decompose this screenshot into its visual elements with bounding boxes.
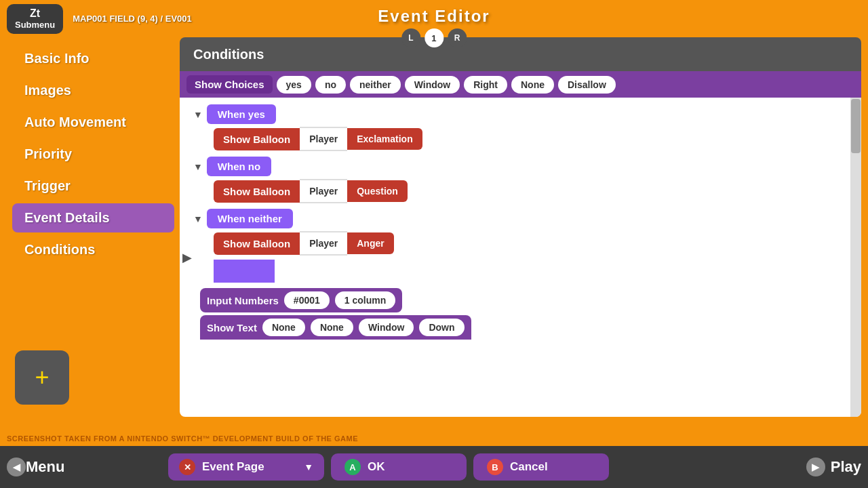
sidebar-item-event-details[interactable]: Event Details bbox=[12, 203, 174, 232]
editor-title: Event Editor bbox=[378, 7, 490, 26]
submenu-button[interactable]: Zt Submenu bbox=[7, 4, 63, 34]
scrollbar-track[interactable] bbox=[850, 98, 861, 417]
cancel-button[interactable]: B Cancel bbox=[473, 453, 609, 481]
when-yes-value[interactable]: Exclamation bbox=[347, 128, 422, 150]
chip-neither[interactable]: neither bbox=[350, 76, 401, 94]
scroll-area[interactable]: ▶ ▼ When yes Show Balloon Player Exclama… bbox=[180, 98, 861, 417]
show-text-chip-2[interactable]: Window bbox=[359, 319, 414, 336]
when-neither-target[interactable]: Player bbox=[300, 231, 347, 256]
when-yes-action-row: Show Balloon Player Exclamation bbox=[214, 127, 861, 151]
map-info: MAP001 FIELD (9, 4) / EV001 bbox=[73, 14, 192, 24]
sidebar-item-images[interactable]: Images bbox=[12, 76, 174, 105]
page-tab-1[interactable]: 1 bbox=[425, 28, 443, 47]
chip-right[interactable]: Right bbox=[464, 76, 507, 94]
input-numbers-column[interactable]: 1 column bbox=[335, 291, 395, 309]
menu-label: Menu bbox=[26, 458, 64, 476]
input-numbers-label: Input Numbers bbox=[207, 295, 279, 306]
title-area: Event Editor L 1 R bbox=[378, 7, 490, 47]
chip-no[interactable]: no bbox=[315, 76, 346, 94]
conditions-header: Conditions bbox=[180, 37, 861, 71]
show-text-chip-3[interactable]: Down bbox=[419, 319, 464, 336]
chip-yes[interactable]: yes bbox=[277, 76, 311, 94]
add-icon: + bbox=[35, 363, 49, 392]
when-yes-target[interactable]: Player bbox=[300, 127, 347, 151]
chip-disallow[interactable]: Disallow bbox=[558, 76, 616, 94]
page-tabs: L 1 R bbox=[401, 28, 467, 47]
dropdown-arrow-icon: ▼ bbox=[304, 462, 313, 472]
page-tab-l[interactable]: L bbox=[401, 28, 420, 47]
chip-window[interactable]: Window bbox=[405, 76, 460, 94]
show-text-row[interactable]: Show Text None None Window Down bbox=[200, 315, 471, 340]
sidebar-item-priority[interactable]: Priority bbox=[12, 140, 174, 169]
zt-label: Zt bbox=[30, 7, 40, 20]
ok-button[interactable]: A OK bbox=[331, 453, 467, 481]
show-choices-bar: Show Choices yes no neither Window Right… bbox=[180, 71, 861, 98]
ok-a-icon: A bbox=[344, 459, 361, 475]
event-page-label: Event Page bbox=[202, 460, 264, 474]
copyright-text: SCREENSHOT TAKEN FROM A NINTENDO SWITCH™… bbox=[7, 434, 358, 443]
when-no-command: Show Balloon bbox=[214, 180, 300, 203]
when-yes-chip[interactable]: When yes bbox=[207, 104, 276, 124]
bottom-bar: ◀ Menu ✕ Event Page ▼ A OK B Cancel ▶ Pl… bbox=[0, 446, 868, 488]
when-neither-row: ▼ When neither bbox=[193, 209, 861, 228]
when-no-chip[interactable]: When no bbox=[207, 157, 271, 176]
when-neither-arrow[interactable]: ▼ bbox=[193, 214, 203, 224]
menu-button[interactable]: Menu bbox=[26, 458, 161, 476]
add-button[interactable]: + bbox=[15, 350, 69, 405]
when-neither-placeholder bbox=[214, 260, 275, 283]
show-choices-label: Show Choices bbox=[186, 75, 273, 94]
show-text-chip-1[interactable]: None bbox=[311, 319, 353, 336]
page-tab-r[interactable]: R bbox=[448, 28, 467, 47]
event-page-x-icon: ✕ bbox=[179, 459, 195, 475]
menu-circle-left[interactable]: ◀ bbox=[7, 458, 26, 476]
sidebar: Basic Info Images Auto Movement Priority… bbox=[7, 37, 180, 417]
sidebar-item-conditions[interactable]: Conditions bbox=[12, 235, 174, 264]
submenu-label: Submenu bbox=[15, 20, 55, 30]
chip-none[interactable]: None bbox=[511, 76, 554, 94]
ok-label: OK bbox=[368, 460, 385, 474]
when-no-action-row: Show Balloon Player Question bbox=[214, 179, 861, 203]
scrollbar-thumb[interactable] bbox=[851, 99, 861, 153]
when-no-block: ▼ When no Show Balloon Player Question bbox=[193, 157, 861, 203]
when-yes-block: ▼ When yes Show Balloon Player Exclamati… bbox=[193, 104, 861, 151]
cancel-label: Cancel bbox=[510, 460, 548, 474]
when-neither-action-row: Show Balloon Player Anger bbox=[214, 231, 861, 256]
sidebar-item-basic-info[interactable]: Basic Info bbox=[12, 44, 174, 73]
when-neither-value[interactable]: Anger bbox=[347, 232, 393, 254]
main-content: Basic Info Images Auto Movement Priority… bbox=[7, 37, 861, 417]
play-button[interactable]: ▶ Play bbox=[806, 458, 861, 476]
when-yes-arrow[interactable]: ▼ bbox=[193, 109, 203, 120]
when-yes-command: Show Balloon bbox=[214, 128, 300, 150]
when-neither-block: ▼ When neither Show Balloon Player Anger bbox=[193, 209, 861, 283]
show-text-label: Show Text bbox=[207, 322, 257, 333]
event-page-dropdown[interactable]: ✕ Event Page ▼ bbox=[168, 453, 324, 481]
right-panel: Conditions Show Choices yes no neither W… bbox=[180, 37, 861, 417]
sidebar-item-auto-movement[interactable]: Auto Movement bbox=[12, 108, 174, 137]
when-no-arrow[interactable]: ▼ bbox=[193, 161, 203, 172]
when-neither-command: Show Balloon bbox=[214, 232, 300, 255]
top-bar: Zt Submenu MAP001 FIELD (9, 4) / EV001 E… bbox=[0, 0, 868, 37]
play-circle-right[interactable]: ▶ bbox=[806, 458, 825, 476]
when-no-value[interactable]: Question bbox=[347, 180, 408, 202]
input-numbers-row[interactable]: Input Numbers #0001 1 column bbox=[200, 288, 402, 312]
play-label: Play bbox=[831, 458, 861, 476]
event-panel: Show Choices yes no neither Window Right… bbox=[180, 71, 861, 417]
sidebar-item-trigger[interactable]: Trigger bbox=[12, 171, 174, 201]
copyright-bar: SCREENSHOT TAKEN FROM A NINTENDO SWITCH™… bbox=[0, 431, 868, 446]
show-text-chip-0[interactable]: None bbox=[262, 319, 305, 336]
add-button-area: + bbox=[7, 344, 180, 411]
when-neither-chip[interactable]: When neither bbox=[207, 209, 293, 228]
cancel-b-icon: B bbox=[487, 459, 503, 475]
scroll-left-arrow[interactable]: ▶ bbox=[182, 250, 192, 265]
input-numbers-id[interactable]: #0001 bbox=[284, 291, 330, 309]
when-no-target[interactable]: Player bbox=[300, 179, 347, 203]
when-yes-row: ▼ When yes bbox=[193, 104, 861, 124]
conditions-label: Conditions bbox=[193, 47, 264, 62]
when-no-row: ▼ When no bbox=[193, 157, 861, 176]
